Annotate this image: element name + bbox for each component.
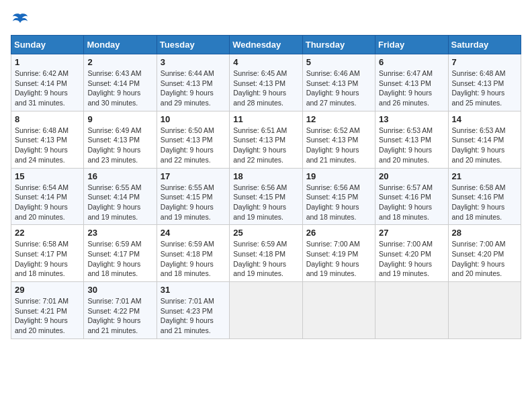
calendar-cell	[230, 282, 302, 339]
daylight-label: Daylight: 9 hours and 18 minutes.	[379, 203, 432, 221]
sunrise-label: Sunrise: 6:47 AM	[379, 69, 433, 77]
weekday-header-sunday: Sunday	[11, 36, 84, 54]
day-number: 26	[306, 228, 371, 238]
day-details: Sunrise: 6:42 AM Sunset: 4:14 PM Dayligh…	[15, 68, 80, 108]
calendar-week-5: 29 Sunrise: 7:01 AM Sunset: 4:21 PM Dayl…	[11, 282, 521, 339]
sunset-label: Sunset: 4:16 PM	[452, 193, 504, 201]
calendar-cell	[302, 282, 375, 339]
sunrise-label: Sunrise: 6:54 AM	[15, 183, 69, 191]
sunset-label: Sunset: 4:18 PM	[233, 250, 285, 258]
sunrise-label: Sunrise: 7:01 AM	[161, 297, 214, 305]
calendar-cell: 16 Sunrise: 6:55 AM Sunset: 4:14 PM Dayl…	[84, 168, 157, 225]
day-details: Sunrise: 7:00 AM Sunset: 4:20 PM Dayligh…	[452, 239, 517, 279]
sunrise-label: Sunrise: 6:53 AM	[452, 126, 506, 134]
sunset-label: Sunset: 4:17 PM	[15, 250, 67, 258]
sunset-label: Sunset: 4:15 PM	[161, 193, 213, 201]
sunrise-label: Sunrise: 6:58 AM	[15, 240, 69, 248]
weekday-header-wednesday: Wednesday	[230, 36, 302, 54]
day-number: 19	[306, 171, 371, 181]
calendar-cell: 19 Sunrise: 6:56 AM Sunset: 4:15 PM Dayl…	[302, 168, 375, 225]
day-details: Sunrise: 7:00 AM Sunset: 4:20 PM Dayligh…	[379, 239, 444, 279]
calendar-cell: 26 Sunrise: 7:00 AM Sunset: 4:19 PM Dayl…	[302, 225, 375, 282]
day-number: 21	[452, 171, 517, 181]
calendar-cell	[448, 282, 521, 339]
day-details: Sunrise: 6:53 AM Sunset: 4:13 PM Dayligh…	[379, 126, 444, 165]
page-header	[11, 11, 521, 30]
day-number: 23	[87, 228, 152, 238]
day-details: Sunrise: 6:55 AM Sunset: 4:15 PM Dayligh…	[161, 183, 226, 222]
sunset-label: Sunset: 4:13 PM	[233, 136, 285, 144]
daylight-label: Daylight: 9 hours and 20 minutes.	[452, 146, 505, 164]
day-number: 12	[306, 114, 371, 124]
daylight-label: Daylight: 9 hours and 20 minutes.	[15, 203, 68, 221]
sunrise-label: Sunrise: 6:58 AM	[452, 183, 506, 191]
weekday-header-monday: Monday	[84, 36, 157, 54]
sunrise-label: Sunrise: 6:57 AM	[379, 183, 433, 191]
daylight-label: Daylight: 9 hours and 19 minutes.	[87, 203, 140, 221]
sunrise-label: Sunrise: 6:55 AM	[161, 183, 214, 191]
daylight-label: Daylight: 9 hours and 30 minutes.	[87, 89, 140, 107]
day-details: Sunrise: 6:54 AM Sunset: 4:14 PM Dayligh…	[15, 183, 80, 222]
day-number: 28	[452, 228, 517, 238]
daylight-label: Daylight: 9 hours and 31 minutes.	[15, 89, 68, 107]
sunrise-label: Sunrise: 7:00 AM	[452, 240, 506, 248]
sunrise-label: Sunrise: 6:56 AM	[233, 183, 287, 191]
daylight-label: Daylight: 9 hours and 25 minutes.	[452, 89, 505, 107]
day-details: Sunrise: 6:59 AM Sunset: 4:18 PM Dayligh…	[233, 239, 298, 279]
calendar-week-3: 15 Sunrise: 6:54 AM Sunset: 4:14 PM Dayl…	[11, 168, 521, 225]
calendar-cell: 13 Sunrise: 6:53 AM Sunset: 4:13 PM Dayl…	[375, 111, 448, 168]
day-details: Sunrise: 7:01 AM Sunset: 4:23 PM Dayligh…	[161, 296, 226, 336]
day-details: Sunrise: 6:59 AM Sunset: 4:18 PM Dayligh…	[161, 239, 226, 279]
daylight-label: Daylight: 9 hours and 22 minutes.	[233, 146, 286, 164]
calendar-cell: 28 Sunrise: 7:00 AM Sunset: 4:20 PM Dayl…	[448, 225, 521, 282]
logo	[11, 11, 32, 30]
day-number: 4	[233, 57, 298, 67]
daylight-label: Daylight: 9 hours and 21 minutes.	[87, 316, 140, 334]
day-number: 11	[233, 114, 298, 124]
sunset-label: Sunset: 4:20 PM	[379, 250, 431, 258]
sunrise-label: Sunrise: 7:00 AM	[306, 240, 360, 248]
day-number: 13	[379, 114, 444, 124]
daylight-label: Daylight: 9 hours and 20 minutes.	[452, 260, 505, 278]
daylight-label: Daylight: 9 hours and 26 minutes.	[379, 89, 432, 107]
day-number: 10	[161, 114, 226, 124]
daylight-label: Daylight: 9 hours and 18 minutes.	[87, 260, 140, 278]
daylight-label: Daylight: 9 hours and 29 minutes.	[161, 89, 214, 107]
calendar-cell: 18 Sunrise: 6:56 AM Sunset: 4:15 PM Dayl…	[230, 168, 302, 225]
logo-bird-icon	[11, 11, 30, 30]
sunset-label: Sunset: 4:22 PM	[87, 307, 140, 315]
day-number: 18	[233, 171, 298, 181]
day-details: Sunrise: 6:44 AM Sunset: 4:13 PM Dayligh…	[161, 68, 226, 108]
sunset-label: Sunset: 4:17 PM	[87, 250, 140, 258]
sunset-label: Sunset: 4:13 PM	[15, 136, 67, 144]
sunrise-label: Sunrise: 6:48 AM	[15, 126, 69, 134]
sunrise-label: Sunrise: 6:50 AM	[161, 126, 214, 134]
daylight-label: Daylight: 9 hours and 27 minutes.	[306, 89, 359, 107]
day-number: 22	[15, 228, 80, 238]
sunrise-label: Sunrise: 6:44 AM	[161, 69, 214, 77]
day-number: 16	[87, 171, 152, 181]
day-details: Sunrise: 6:48 AM Sunset: 4:13 PM Dayligh…	[452, 68, 517, 108]
calendar-cell: 11 Sunrise: 6:51 AM Sunset: 4:13 PM Dayl…	[230, 111, 302, 168]
daylight-label: Daylight: 9 hours and 22 minutes.	[161, 146, 214, 164]
calendar-cell: 1 Sunrise: 6:42 AM Sunset: 4:14 PM Dayli…	[11, 54, 84, 111]
sunset-label: Sunset: 4:13 PM	[379, 79, 431, 87]
calendar-cell: 21 Sunrise: 6:58 AM Sunset: 4:16 PM Dayl…	[448, 168, 521, 225]
day-details: Sunrise: 6:52 AM Sunset: 4:13 PM Dayligh…	[306, 126, 371, 165]
calendar-cell: 10 Sunrise: 6:50 AM Sunset: 4:13 PM Dayl…	[157, 111, 229, 168]
day-details: Sunrise: 6:47 AM Sunset: 4:13 PM Dayligh…	[379, 68, 444, 108]
sunset-label: Sunset: 4:23 PM	[161, 307, 213, 315]
day-number: 20	[379, 171, 444, 181]
calendar-cell: 30 Sunrise: 7:01 AM Sunset: 4:22 PM Dayl…	[84, 282, 157, 339]
day-details: Sunrise: 6:49 AM Sunset: 4:13 PM Dayligh…	[87, 126, 152, 165]
day-details: Sunrise: 7:01 AM Sunset: 4:22 PM Dayligh…	[87, 296, 152, 336]
calendar-cell: 20 Sunrise: 6:57 AM Sunset: 4:16 PM Dayl…	[375, 168, 448, 225]
calendar-cell: 27 Sunrise: 7:00 AM Sunset: 4:20 PM Dayl…	[375, 225, 448, 282]
day-number: 2	[87, 57, 152, 67]
sunrise-label: Sunrise: 7:00 AM	[379, 240, 433, 248]
weekday-header-thursday: Thursday	[302, 36, 375, 54]
daylight-label: Daylight: 9 hours and 21 minutes.	[306, 146, 359, 164]
daylight-label: Daylight: 9 hours and 28 minutes.	[233, 89, 286, 107]
sunrise-label: Sunrise: 7:01 AM	[15, 297, 69, 305]
day-details: Sunrise: 6:51 AM Sunset: 4:13 PM Dayligh…	[233, 126, 298, 165]
